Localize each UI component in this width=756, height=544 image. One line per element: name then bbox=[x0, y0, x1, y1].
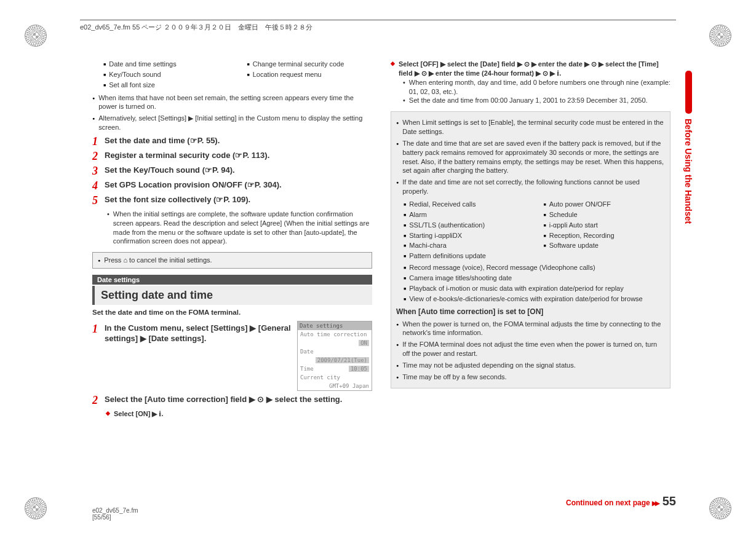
page-header: e02_dv65_7e.fm 55 ページ ２００９年３月２０日 金曜日 午後５… bbox=[80, 20, 676, 32]
setting-item: Set all font size bbox=[103, 81, 229, 90]
step-2: 2Register a terminal security code (☞P. … bbox=[92, 151, 372, 162]
step-2-date: 2Select the [Auto time correction] field… bbox=[92, 395, 372, 406]
left-column: Date and time settings Key/Touch sound S… bbox=[92, 58, 372, 489]
crop-radial-bl bbox=[25, 497, 47, 519]
setting-item: Location request menu bbox=[247, 70, 373, 79]
step-1-date: 1In the Custom menu, select [Settings] ▶… bbox=[92, 320, 372, 391]
info-box: When Limit settings is set to [Enable], … bbox=[391, 111, 670, 388]
setting-item: Date and time settings bbox=[103, 60, 229, 69]
section-intro: Set the date and time on the FOMA termin… bbox=[92, 309, 372, 316]
auto-correction-head: When [Auto time correction] is set to [O… bbox=[396, 307, 665, 317]
setting-item: Key/Touch sound bbox=[103, 70, 229, 79]
continued-label: Continued on next page bbox=[566, 499, 658, 507]
crop-radial-tr bbox=[709, 25, 731, 47]
settings-grid: Date and time settings Key/Touch sound S… bbox=[103, 58, 372, 91]
diamond-off-sub: Set the date and time from 00:00 January… bbox=[403, 96, 670, 105]
note-bullet: Alternatively, select [Settings] ▶ [Init… bbox=[92, 114, 372, 132]
page-footer-right: Continued on next page 55 bbox=[566, 494, 676, 508]
diamond-off-sub: When entering month, day and time, add 0… bbox=[403, 78, 670, 97]
step-5-note: When the initial settings are complete, … bbox=[107, 210, 372, 246]
cancel-note-box: Press ⌂ to cancel the initial settings. bbox=[92, 252, 372, 269]
side-tab-label: Before Using the Handset bbox=[683, 119, 693, 224]
right-column: Select [OFF] ▶ select the [Date] field ▶… bbox=[391, 58, 670, 489]
crop-radial-tl bbox=[25, 25, 47, 47]
setting-item: Change terminal security code bbox=[247, 60, 373, 69]
crop-radial-br bbox=[709, 497, 731, 519]
step-4: 4Set GPS Location provision ON/OFF (☞P. … bbox=[92, 180, 372, 191]
section-title: Setting date and time bbox=[92, 286, 372, 305]
step-3: 3Set the Key/Touch sound (☞P. 94). bbox=[92, 165, 372, 176]
note-bullet: When items that have not been set remain… bbox=[92, 93, 372, 112]
diamond-off: Select [OFF] ▶ select the [Date] field ▶… bbox=[391, 60, 670, 78]
diamond-on: Select [ON] ▶ 𝕚. bbox=[106, 409, 372, 419]
page-footer-left: e02_dv65_7e.fm [55/56] bbox=[92, 507, 138, 521]
page-content: Date and time settings Key/Touch sound S… bbox=[92, 58, 670, 489]
step-5: 5Set the font size collectively (☞P. 109… bbox=[92, 195, 372, 206]
subsection-header: Date settings bbox=[92, 275, 372, 285]
phone-screenshot: Date settings Auto time correction ON Da… bbox=[297, 321, 372, 391]
side-tab-marker bbox=[685, 71, 692, 114]
side-tab: Before Using the Handset bbox=[683, 71, 694, 360]
step-1: 1Set the date and time (☞P. 55). bbox=[92, 136, 372, 147]
page-number: 55 bbox=[662, 494, 676, 508]
